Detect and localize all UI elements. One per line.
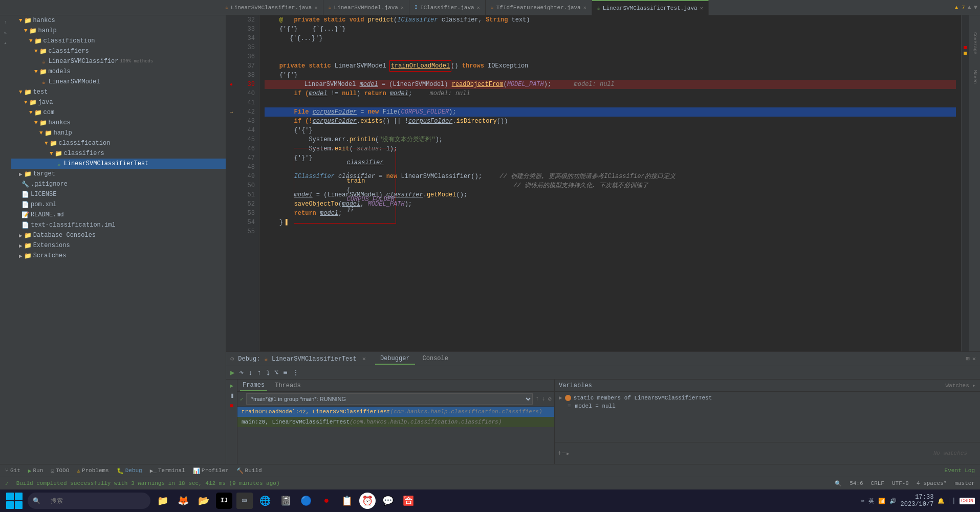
tree-item-java[interactable]: ▼ 📁 java [11,97,226,107]
tree-item-iml[interactable]: 📄 text-classification.iml [11,220,226,230]
coverage-icon[interactable]: Coverage [971,31,979,56]
taskbar-icon-browser[interactable]: 🌐 [257,493,273,509]
frame-item-0[interactable]: trainOrLoadModel:42, LinearSVMClassifier… [237,407,554,417]
debug-tab-console[interactable]: Console [418,353,453,365]
maven-icon[interactable]: Maven [971,69,979,85]
problems-button[interactable]: ⚠ Problems [77,468,108,474]
tree-item-target[interactable]: ▶ 📁 target [11,169,226,179]
taskbar-icon-intellij[interactable]: IJ [216,493,232,509]
taskbar-icon-firefox[interactable]: 🦊 [175,493,191,509]
taskbar-icon-clock[interactable]: ⏰ [359,493,376,509]
tree-item-classification[interactable]: ▼ 📁 classification [11,36,226,46]
tab-linearsvmclassifiertest[interactable]: ☕ LinearSVMClassifierTest.java ✕ [592,0,709,15]
add-watch-icon[interactable]: + [557,449,561,457]
line-separator[interactable]: CRLF [871,480,884,486]
volume-icon[interactable]: 🔊 [889,498,897,504]
run-icon[interactable]: ▶ [230,382,233,390]
scroll-down-icon[interactable]: ▼ [974,4,977,11]
start-button[interactable] [5,492,24,510]
tree-item-models[interactable]: ▼ 📁 models [11,66,226,77]
taskbar-icon-folder[interactable]: 📂 [195,493,212,509]
variable-item-model[interactable]: ≡ model = null [556,402,978,410]
tree-item-license[interactable]: 📄 LICENSE [11,189,226,199]
threads-tab[interactable]: Threads [272,381,303,390]
taskbar-icon-onenote[interactable]: 📓 [277,493,294,509]
close-icon[interactable]: ✕ [401,5,404,11]
tab-tfidf[interactable]: ☕ TfIdfFeatureWeighter.java ✕ [486,0,592,15]
thread-up-icon[interactable]: ↑ [535,395,539,403]
wifi-icon[interactable]: 📶 [878,498,885,504]
lang-indicator[interactable]: 英 [868,497,874,505]
tree-item-linearsvmclassifiertest[interactable]: ☕ LinearSVMClassifierTest [11,159,226,169]
tree-item-pomxml[interactable]: 📄 pom.xml [11,199,226,210]
tree-item-readme[interactable]: 📝 README.md [11,210,226,220]
taskbar-search-input[interactable] [43,493,145,509]
sidebar-icon-favorites[interactable]: ★ [1,38,10,48]
close-icon[interactable]: ✕ [314,5,317,11]
variable-expand-icon[interactable]: ▶ [559,394,562,401]
remove-watch-icon[interactable]: − [561,449,565,457]
debug-close-icon[interactable]: ✕ [362,355,366,363]
variable-item-static[interactable]: ▶ static members of LinearSVMClassifierT… [556,393,978,402]
taskbar-icon-explorer[interactable]: 📁 [155,493,171,509]
todo-button[interactable]: ☑ TODO [51,468,69,474]
tree-item-hanlp[interactable]: ▼ 📁 hanlp [11,26,226,36]
tab-linearsvmmodel[interactable]: ☕ LinearSVMModel.java ✕ [323,0,409,15]
time-display[interactable]: 17:33 2023/10/7 [901,494,934,508]
debug-settings-icon[interactable]: ⚙ [230,355,234,363]
tree-item-database-consoles[interactable]: ▶ 📁 Database Consoles [11,230,226,240]
tree-item-extensions[interactable]: ▶ 📁 Extensions [11,240,226,251]
run-to-cursor-icon[interactable]: ⤵ [265,368,271,378]
tree-item-classifiers2[interactable]: ▼ 📁 classifiers [11,148,226,159]
debug-tab-debugger[interactable]: Debugger [375,353,415,365]
keyboard-icon[interactable]: ⌨ [861,498,864,504]
close-icon[interactable]: ✕ [477,5,480,11]
sidebar-icon-commit[interactable]: ↑ [1,18,10,27]
step-out-icon[interactable]: ↑ [255,368,263,378]
more-watches-icon[interactable]: ▸ [566,449,570,458]
tree-item-gitignore[interactable]: 🔧 .gitignore [11,179,226,189]
indent-indicator[interactable]: 4 spaces* [917,480,947,486]
tree-item-linearsvmclassifier[interactable]: ☕ LinearSVMClassifier 100% methods [11,56,226,66]
run-button[interactable]: ▶ Run [28,468,43,474]
frame-item-1[interactable]: main:20, LinearSVMClassifierTest (com.ha… [237,417,554,427]
encoding[interactable]: UTF-8 [892,480,909,486]
code-content[interactable]: @ private static void predict(IClassifie… [259,15,961,351]
tab-linearsvmclassifier[interactable]: ☕ LinearSVMClassifier.java ✕ [220,0,323,15]
close-icon[interactable]: ✕ [583,5,586,11]
thread-down-icon[interactable]: ↓ [542,395,546,403]
taskbar-icon-app1[interactable]: ● [318,493,335,509]
step-over-icon[interactable]: ↷ [237,367,245,378]
terminal-button[interactable]: ▶_ Terminal [150,468,185,474]
vcs-branch[interactable]: master [954,480,975,486]
build-button[interactable]: 🔨 Build [236,468,262,474]
debug-layout-icon[interactable]: ⊞ [966,355,970,363]
taskbar-icon-chrome[interactable]: 🔵 [298,493,314,509]
close-icon[interactable]: ✕ [700,5,703,11]
taskbar-search-container[interactable]: 🔍 [28,493,150,509]
taskbar-icon-wechat[interactable]: 💬 [380,493,396,509]
frames-btn[interactable]: ≡ [281,368,289,378]
tree-item-test[interactable]: ▼ 📁 test [11,87,226,97]
thread-dropdown[interactable]: *main*@1 in group *main*: RUNNING [246,393,533,405]
tree-item-classification2[interactable]: ▼ 📁 classification [11,138,226,148]
position-indicator[interactable]: 54:6 [850,480,863,486]
tree-item-scratches[interactable]: ▶ 📁 Scratches [11,251,226,261]
notification-icon[interactable]: 🔔 [938,498,945,504]
tree-item-com[interactable]: ▼ 📁 com [11,107,226,118]
profiler-button[interactable]: 📊 Profiler [193,468,229,474]
taskbar-icon-notes[interactable]: 📋 [339,493,355,509]
resume-icon[interactable]: ▶ [229,367,236,378]
taskbar-icon-app2[interactable]: 🈴 [400,493,417,509]
event-log-btn[interactable]: Event Log [945,468,975,474]
tab-iclassifier[interactable]: I IClassifier.java ✕ [409,0,486,15]
taskbar-icon-terminal[interactable]: ⌨ [236,493,253,509]
show-desktop-icon[interactable]: │ [949,498,955,504]
tree-item-hanlp2[interactable]: ▼ 📁 hanlp [11,128,226,138]
git-button[interactable]: ⑂ Git [5,468,20,474]
tree-item-hankcs2[interactable]: ▼ 📁 hankcs [11,118,226,128]
pause-icon[interactable]: ⏸ [229,392,235,400]
step-into-icon[interactable]: ↓ [247,368,254,378]
debug-button[interactable]: 🐛 Debug [117,468,142,474]
frames-tab[interactable]: Frames [240,381,267,391]
